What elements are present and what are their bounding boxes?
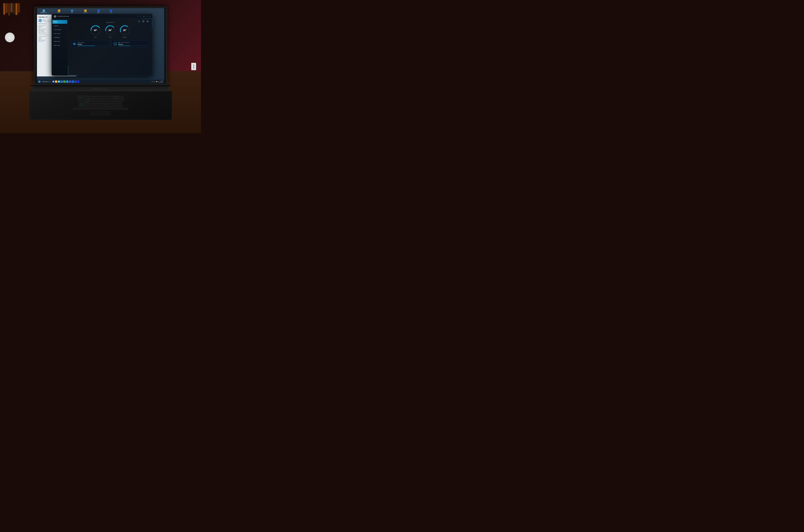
key-left[interactable]	[121, 108, 123, 110]
taskbar-start-button[interactable]	[38, 80, 40, 83]
key-5[interactable]	[90, 98, 92, 100]
key-7[interactable]	[95, 98, 97, 100]
key-4[interactable]	[87, 98, 90, 100]
key-z[interactable]	[87, 106, 89, 108]
key-ins[interactable]	[119, 98, 122, 100]
taskbar-app-4[interactable]: 🌐	[66, 80, 68, 83]
titlebar-settings-btn[interactable]: ⚙	[143, 15, 145, 17]
key-tab[interactable]	[78, 101, 83, 102]
key-p[interactable]	[107, 101, 109, 102]
key-f11[interactable]	[109, 96, 111, 98]
key-8[interactable]	[98, 98, 100, 100]
key-3[interactable]	[85, 98, 87, 100]
key-pgdn[interactable]	[121, 101, 123, 102]
key-quote[interactable]	[111, 103, 113, 105]
key-j[interactable]	[100, 103, 103, 105]
desktop-icon-5[interactable]: Rimini...	[97, 10, 100, 13]
desktop-icon-2[interactable]: AE Temp...	[57, 10, 61, 13]
key-end[interactable]	[121, 96, 123, 98]
key-1[interactable]	[79, 98, 82, 100]
key-up[interactable]	[121, 106, 123, 108]
key-n[interactable]	[99, 106, 102, 108]
key-lbracket[interactable]	[109, 101, 111, 102]
key-f6[interactable]	[96, 96, 98, 98]
taskbar-app-8[interactable]: P	[77, 80, 79, 83]
key-lalt[interactable]	[82, 108, 86, 110]
key-lctrl[interactable]	[73, 108, 76, 110]
taskbar-app-6[interactable]: T	[72, 80, 74, 83]
key-fn[interactable]	[113, 108, 116, 110]
key-i[interactable]	[102, 101, 104, 102]
taskbar-app-7[interactable]: ⚙	[74, 80, 77, 83]
key-rbracket[interactable]	[112, 101, 114, 102]
key-lshift[interactable]	[78, 106, 86, 108]
titlebar-close-btn[interactable]: ✕	[149, 15, 151, 17]
key-f5[interactable]	[94, 96, 96, 98]
key-lwin[interactable]	[77, 108, 82, 110]
sidebar-item-home[interactable]: Home	[52, 20, 67, 24]
key-comma[interactable]	[105, 106, 107, 108]
key-f1[interactable]	[83, 96, 86, 98]
key-f2[interactable]	[86, 96, 88, 98]
taskbar-app-3[interactable]: W	[60, 80, 63, 83]
key-w[interactable]	[86, 101, 88, 102]
key-2[interactable]	[82, 98, 85, 100]
key-del[interactable]	[114, 96, 118, 98]
key-a[interactable]	[85, 103, 87, 105]
key-backslash[interactable]	[114, 101, 118, 102]
desktop-icon-6[interactable]: mooer	[110, 10, 112, 13]
key-space[interactable]	[86, 108, 109, 110]
sidebar-item-overclocking[interactable]: Overclocking	[52, 28, 67, 32]
key-t[interactable]	[94, 101, 96, 102]
key-prtsc[interactable]	[118, 96, 121, 98]
lighting-profile-card[interactable]: Lighting Profile Default	[71, 40, 109, 48]
taskbar-app-chrome[interactable]: ●	[63, 80, 66, 83]
sidebar-item-fan-control[interactable]: Fan Control	[52, 32, 67, 35]
key-f4[interactable]	[91, 96, 93, 98]
sidebar-item-lighting[interactable]: Lighting	[52, 24, 67, 27]
taskbar-app-2[interactable]: 📧	[58, 80, 60, 83]
laptop-touchpad[interactable]	[91, 111, 110, 115]
desktop-icon-3[interactable]: name...	[71, 10, 74, 13]
key-e[interactable]	[88, 101, 91, 102]
key-backspace[interactable]	[111, 98, 119, 100]
key-semicolon[interactable]	[108, 103, 110, 105]
taskbar-app-1[interactable]: ⭐	[55, 80, 57, 83]
key-f3[interactable]	[88, 96, 91, 98]
key-m[interactable]	[102, 106, 104, 108]
key-q[interactable]	[83, 101, 86, 102]
key-9[interactable]	[100, 98, 103, 100]
desktop-icon-1[interactable]: Специфікації про...	[40, 10, 47, 13]
key-right[interactable]	[126, 108, 128, 110]
taskbar-search[interactable]: 🔍 Пошук	[41, 81, 51, 82]
key-minus[interactable]	[106, 98, 108, 100]
key-home[interactable]	[122, 98, 124, 100]
key-slash[interactable]	[110, 106, 112, 108]
key-esc[interactable]	[78, 96, 83, 98]
sidebar-item-game-sync[interactable]: Game Sync	[52, 39, 67, 43]
sidebar-item-app-center[interactable]: App Center	[52, 43, 67, 47]
titlebar-screen-btn[interactable]: □	[137, 15, 139, 17]
key-b[interactable]	[97, 106, 99, 108]
key-rctrl[interactable]	[117, 108, 121, 110]
sidebar-item-monitoring[interactable]: Monitoring	[52, 36, 67, 39]
key-f9[interactable]	[104, 96, 106, 98]
gpu-overclocking-card[interactable]: G GPU Overclocking	[111, 40, 150, 48]
key-o[interactable]	[104, 101, 106, 102]
key-caps[interactable]	[79, 103, 85, 105]
taskbar-app-5[interactable]: O	[69, 80, 71, 83]
key-g[interactable]	[95, 103, 97, 105]
key-u[interactable]	[99, 101, 101, 102]
key-rshift[interactable]	[112, 106, 121, 108]
titlebar-sound-btn[interactable]: ♪	[140, 15, 142, 17]
key-6[interactable]	[93, 98, 95, 100]
key-c[interactable]	[92, 106, 94, 108]
key-backtick[interactable]	[77, 98, 79, 100]
key-r[interactable]	[91, 101, 93, 102]
desktop-icon-4[interactable]: Інша назва	[83, 10, 88, 13]
key-l[interactable]	[106, 103, 108, 105]
key-y[interactable]	[96, 101, 98, 102]
key-h[interactable]	[98, 103, 100, 105]
key-d[interactable]	[90, 103, 92, 105]
key-0[interactable]	[103, 98, 105, 100]
